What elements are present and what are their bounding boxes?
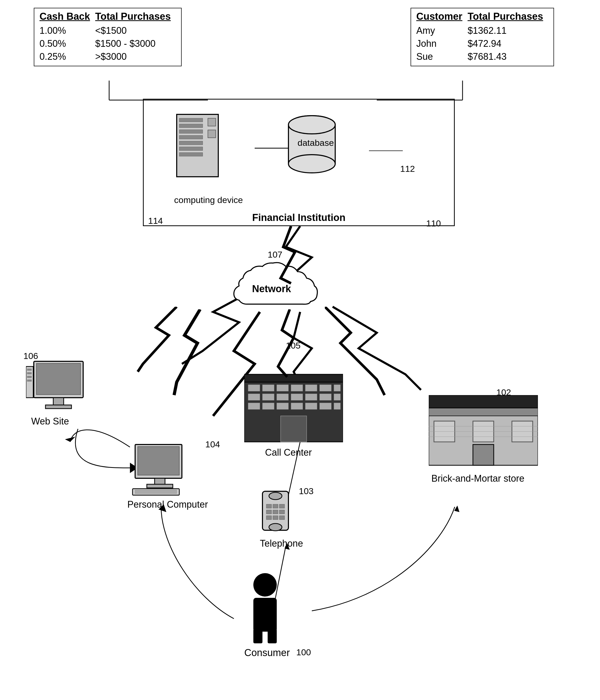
svg-rect-91 [253,598,277,632]
svg-rect-51 [305,394,317,400]
table-row: Amy $1362.11 [416,24,548,37]
svg-rect-55 [262,403,274,409]
svg-rect-79 [135,490,177,494]
svg-point-28 [288,116,335,134]
computing-device-label: computing device [174,195,243,205]
ref-112: 112 [400,164,415,174]
svg-rect-14 [179,118,203,122]
svg-rect-41 [262,385,274,391]
customer-amount-1: $1362.11 [468,24,548,37]
svg-point-27 [288,155,335,173]
svg-rect-58 [305,403,317,409]
svg-rect-40 [248,385,260,391]
table-row: John $472.94 [416,37,548,50]
svg-rect-77 [147,484,173,488]
svg-rect-93 [268,629,277,643]
lightning-network-store [325,307,481,406]
svg-rect-21 [208,118,216,126]
table-row: 0.25% >$3000 [40,50,176,63]
svg-rect-63 [266,504,271,508]
svg-rect-54 [248,403,260,409]
svg-rect-49 [277,394,288,400]
diagram: Cash Back Total Purchases 1.00% <$1500 0… [0,0,600,700]
telephone-label: Telephone [260,538,303,549]
website-icon [26,359,94,417]
svg-rect-22 [208,130,216,138]
svg-rect-69 [266,516,271,520]
cashback-table: Cash Back Total Purchases 1.00% <$1500 0… [34,8,182,66]
svg-rect-18 [179,141,203,145]
total-purchases-header-right: Total Purchases [468,11,548,24]
cashback-rate-2: 0.50% [40,37,95,50]
svg-rect-34 [27,369,32,371]
fi-label: Financial Institution [252,212,346,223]
svg-rect-66 [266,510,271,514]
svg-rect-92 [253,629,262,643]
table-row: Sue $7681.43 [416,50,548,63]
call-center-label: Call Center [265,447,312,458]
ref-103: 103 [299,486,314,496]
lightning-network-pc [166,309,218,401]
svg-point-73 [269,524,282,531]
svg-rect-61 [281,416,307,442]
svg-rect-30 [36,364,81,395]
customer-name-1: Amy [416,24,468,37]
purchase-range-1: <$1500 [95,24,176,37]
svg-rect-44 [305,385,317,391]
website-label: Web Site [31,416,69,427]
personal-computer-icon [130,442,192,498]
svg-rect-82 [429,408,538,416]
ref-104: 104 [205,439,220,449]
svg-rect-64 [273,504,278,508]
cashback-rate-3: 0.25% [40,50,95,63]
svg-rect-33 [26,367,33,398]
svg-rect-35 [27,372,32,374]
svg-rect-57 [291,403,303,409]
svg-rect-70 [273,516,278,520]
purchase-range-2: $1500 - $3000 [95,37,176,50]
purchase-range-3: >$3000 [95,50,176,63]
customer-amount-2: $472.94 [468,37,548,50]
svg-rect-71 [279,516,285,520]
svg-rect-17 [179,135,203,139]
store-label: Brick-and-Mortar store [432,473,524,484]
cashback-header: Cash Back [40,11,95,24]
svg-rect-19 [179,147,203,150]
ref-102: 102 [496,387,511,397]
customer-amount-3: $7681.43 [468,50,548,63]
cashback-rate-1: 1.00% [40,24,95,37]
svg-rect-68 [279,510,285,514]
customer-table: Customer Total Purchases Amy $1362.11 Jo… [411,8,554,66]
svg-rect-86 [473,445,494,465]
svg-rect-36 [27,376,32,378]
customer-name-2: John [416,37,468,50]
svg-rect-48 [262,394,274,400]
svg-rect-47 [248,394,260,400]
ref-110: 110 [426,218,441,228]
table-row: 0.50% $1500 - $3000 [40,37,176,50]
svg-rect-32 [46,405,72,409]
computing-device-icon [174,112,226,185]
svg-rect-37 [27,379,32,381]
svg-rect-75 [138,447,179,475]
svg-rect-16 [179,130,203,133]
consumer-icon [239,572,291,646]
lightning-fi-network [276,226,307,292]
svg-rect-65 [279,504,285,508]
svg-marker-11 [454,505,460,512]
svg-rect-67 [273,510,278,514]
ref-114: 114 [148,216,163,226]
svg-rect-76 [155,478,165,485]
svg-point-72 [269,492,282,500]
svg-rect-31 [53,398,64,405]
svg-rect-56 [277,403,288,409]
customer-header: Customer [416,11,468,24]
svg-marker-7 [65,437,75,442]
svg-rect-15 [179,124,203,128]
consumer-label: Consumer [244,647,290,658]
ref-100: 100 [296,647,311,657]
ref-106: 106 [23,351,38,361]
svg-rect-50 [291,394,303,400]
table-row: 1.00% <$1500 [40,24,176,37]
svg-rect-42 [277,385,288,391]
